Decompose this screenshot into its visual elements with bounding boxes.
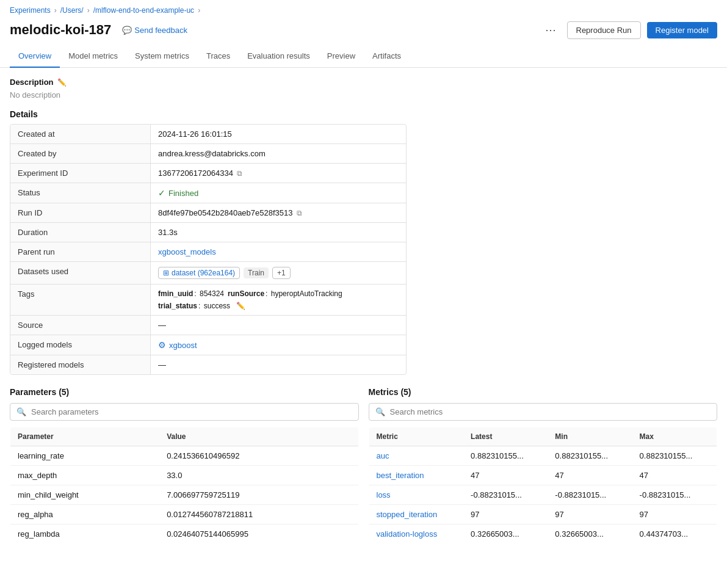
details-key-source: Source [10,316,151,335]
metric-max: 0.44374703... [632,524,717,544]
breadcrumb-users[interactable]: /Users/ [60,6,84,15]
metric-name: validation-logloss [369,524,463,544]
tab-preview[interactable]: Preview [319,45,364,68]
details-key-created-at: Created at [10,125,151,143]
details-row-run-id: Run ID 8df4fe97be0542b2840aeb7e528f3513 … [10,203,406,223]
bottom-sections: Parameters (5) 🔍 Parameter Value learnin… [10,387,717,544]
parameters-title: Parameters (5) [10,387,359,397]
tab-artifacts[interactable]: Artifacts [364,45,410,68]
param-name: min_child_weight [10,485,160,505]
tags-container: fmin_uuid: 854324 runSource: hyperoptAut… [158,289,399,310]
logged-model-link[interactable]: ⚙ xgboost [158,340,197,350]
header-right: ⋯ Reproduce Run Register model [540,21,718,39]
table-row: stopped_iteration 97 97 97 [369,505,717,524]
details-val-experiment-id: 13677206172064334 ⧉ [151,164,406,183]
details-val-run-id: 8df4fe97be0542b2840aeb7e528f3513 ⧉ [151,203,406,222]
details-row-parent-run: Parent run xgboost_models [10,242,406,262]
tags-edit-icon[interactable]: ✏️ [236,302,245,310]
breadcrumb-chevron-2: › [87,6,90,15]
tab-system-metrics[interactable]: System metrics [126,45,198,68]
details-key-datasets: Datasets used [10,262,151,284]
more-options-button[interactable]: ⋯ [540,21,561,39]
details-key-parent-run: Parent run [10,242,151,261]
details-val-parent-run: xgboost_models [151,242,406,261]
metrics-search-box: 🔍 [369,403,718,421]
register-model-button[interactable]: Register model [647,22,717,38]
metrics-section: Metrics (5) 🔍 Metric Latest Min Max auc [369,387,718,544]
parameters-table: Parameter Value learning_rate 0.24153661… [10,427,359,544]
param-value: 7.006697759725119 [159,485,358,505]
tag-fmin-uuid: fmin_uuid: 854324 [158,289,224,298]
breadcrumb-chevron-3: › [198,6,200,15]
details-key-created-by: Created by [10,144,151,163]
metric-col-min: Min [548,427,632,446]
parameters-section: Parameters (5) 🔍 Parameter Value learnin… [10,387,359,544]
metric-link-best-iteration[interactable]: best_iteration [377,471,424,480]
metrics-search-icon: 🔍 [375,407,385,416]
status-text: Finished [168,189,198,198]
breadcrumb: Experiments › /Users/ › /mlflow-end-to-e… [0,0,727,18]
metric-max: -0.88231015... [632,485,717,505]
metric-name: stopped_iteration [369,505,463,524]
content-area: Description ✏️ No description Details Cr… [0,68,727,554]
param-value: 0.012744560787218811 [159,505,358,524]
metric-min: 47 [548,466,632,485]
table-row: max_depth 33.0 [10,466,359,485]
tab-traces[interactable]: Traces [198,45,239,68]
tab-model-metrics[interactable]: Model metrics [60,45,126,68]
details-key-run-id: Run ID [10,203,151,222]
metric-link-loss[interactable]: loss [377,490,391,499]
details-row-tags: Tags fmin_uuid: 854324 runSource: hypero… [10,285,406,316]
metric-name: best_iteration [369,466,463,485]
page-header: melodic-koi-187 💬 Send feedback ⋯ Reprod… [0,18,727,45]
tag-trial-status: trial_status: success [158,302,230,310]
metric-link-validation-logloss[interactable]: validation-logloss [377,529,438,539]
details-val-logged-models: ⚙ xgboost [151,335,406,355]
breadcrumb-experiments[interactable]: Experiments [10,6,51,15]
reproduce-run-button[interactable]: Reproduce Run [567,21,641,39]
tab-overview[interactable]: Overview [10,45,60,68]
feedback-icon: 💬 [122,26,132,35]
description-section: Description ✏️ [10,78,717,87]
details-val-created-at: 2024-11-26 16:01:15 [151,125,406,143]
details-row-source: Source — [10,316,406,335]
table-row: auc 0.882310155... 0.882310155... 0.8823… [369,446,717,466]
param-value: 0.02464075144065995 [159,524,358,544]
send-feedback-button[interactable]: 💬 Send feedback [117,23,192,37]
parent-run-link[interactable]: xgboost_models [158,247,216,256]
metric-link-auc[interactable]: auc [377,451,389,460]
param-value: 0.241536610496592 [159,446,358,466]
parameters-search-input[interactable] [31,407,352,416]
details-key-registered-models: Registered models [10,355,151,374]
dataset-label: dataset (962ea164) [172,269,235,277]
description-edit-icon[interactable]: ✏️ [57,78,67,87]
param-name: reg_alpha [10,505,160,524]
metric-min: -0.88231015... [548,485,632,505]
tab-evaluation-results[interactable]: Evaluation results [239,45,319,68]
details-row-created-by: Created by andrea.kress@databricks.com [10,144,406,164]
table-row: validation-logloss 0.32665003... 0.32665… [369,524,717,544]
run-id-copy-icon[interactable]: ⧉ [297,209,302,217]
no-description-text: No description [10,90,717,100]
dataset-tag[interactable]: ⊞ dataset (962ea164) [158,267,240,279]
table-row: best_iteration 47 47 47 [369,466,717,485]
metric-min: 97 [548,505,632,524]
dataset-icon: ⊞ [163,269,169,277]
details-row-created-at: Created at 2024-11-26 16:01:15 [10,125,406,144]
param-col-value: Value [159,427,358,446]
metric-link-stopped-iteration[interactable]: stopped_iteration [377,510,438,519]
metrics-search-input[interactable] [390,407,711,416]
details-val-datasets: ⊞ dataset (962ea164) Train +1 [151,262,406,284]
params-search-icon: 🔍 [16,407,26,416]
table-row: reg_lambda 0.02464075144065995 [10,524,359,544]
details-row-registered-models: Registered models — [10,355,406,374]
datasets-plus-badge[interactable]: +1 [272,267,291,279]
metric-latest: 0.32665003... [463,524,548,544]
param-name: max_depth [10,466,160,485]
experiment-id-copy-icon[interactable]: ⧉ [237,169,242,178]
logged-model-name: xgboost [169,341,197,350]
model-icon: ⚙ [158,340,166,350]
details-val-created-by: andrea.kress@databricks.com [151,144,406,163]
status-finished-icon: ✓ [158,188,165,198]
breadcrumb-run-path[interactable]: /mlflow-end-to-end-example-uc [93,6,194,15]
